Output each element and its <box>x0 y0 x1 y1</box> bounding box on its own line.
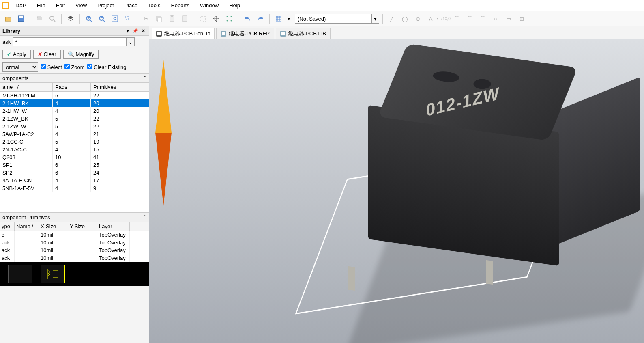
table-row[interactable]: ack10milTopOverlay <box>0 239 149 246</box>
snap-button[interactable] <box>223 13 235 24</box>
dim-button[interactable]: ⟷10,0 <box>438 13 449 24</box>
select-checkbox-label[interactable]: Select <box>41 64 62 70</box>
menu-project[interactable]: Project <box>93 1 118 10</box>
layers-button[interactable] <box>65 13 76 24</box>
arc2-button[interactable]: ⌒ <box>464 13 475 24</box>
menu-edit[interactable]: Edit <box>52 1 69 10</box>
target-button[interactable]: ⊕ <box>412 13 423 24</box>
dropdown-arrow-icon[interactable]: ▾ <box>372 14 379 24</box>
table-row[interactable]: Q2031041 <box>0 153 149 161</box>
table-row[interactable]: 2-1ZW_W522 <box>0 123 149 130</box>
zoom-checkbox[interactable] <box>64 64 70 69</box>
full-arc-button[interactable]: ○ <box>490 13 501 24</box>
table-row[interactable]: 4A-1A-E-CN417 <box>0 177 149 184</box>
table-row[interactable]: ack10milTopOverlay <box>0 254 149 262</box>
table-row[interactable]: 2-1HW_W420 <box>0 107 149 115</box>
open-button[interactable] <box>2 13 14 24</box>
arc3-button[interactable]: ⌒ <box>477 13 488 24</box>
select-checkbox[interactable] <box>41 64 46 69</box>
array-button[interactable]: ⊞ <box>516 13 527 24</box>
arc1-button[interactable]: ⌒ <box>451 13 462 24</box>
table-row[interactable]: ack10milTopOverlay <box>0 246 149 254</box>
zoom-checkbox-label[interactable]: Zoom <box>64 64 85 70</box>
document-tab[interactable]: 继电器-PCB.REP <box>216 28 274 39</box>
collapse-icon[interactable]: ˄ <box>144 75 146 81</box>
table-row[interactable]: 2N-1AC-C415 <box>0 146 149 153</box>
apply-button[interactable]: ✔Apply <box>2 50 31 59</box>
text-button[interactable]: A <box>425 13 436 24</box>
svg-text:+: + <box>87 15 90 21</box>
menu-file[interactable]: File <box>33 1 49 10</box>
menu-tools[interactable]: Tools <box>144 1 164 10</box>
print-button[interactable] <box>34 13 45 24</box>
sch-thumb-2[interactable] <box>41 265 65 283</box>
save-button[interactable] <box>15 13 27 24</box>
clear-existing-checkbox-label[interactable]: Clear Existing <box>87 64 127 70</box>
col-pads[interactable]: Pads <box>53 83 91 91</box>
table-row[interactable]: 5NB-1A-E-5V49 <box>0 184 149 192</box>
components-grid[interactable]: ame / Pads Primitives MI-SH-112LM5222-1H… <box>0 83 149 213</box>
line-button[interactable]: ╱ <box>386 13 397 24</box>
paste-button[interactable] <box>166 13 178 24</box>
sch-thumb-1[interactable] <box>8 265 32 283</box>
table-row[interactable]: c10milTopOverlay <box>0 231 149 239</box>
panel-dropdown-icon[interactable]: ▾ <box>125 28 131 34</box>
panel-close-icon[interactable]: ✕ <box>140 28 146 34</box>
menu-view[interactable]: View <box>71 1 91 10</box>
table-row[interactable]: 2-1CC-C519 <box>0 138 149 146</box>
relay-pin <box>348 266 355 291</box>
magnify-button[interactable]: 🔍Magnify <box>63 50 99 59</box>
select-rect-button[interactable] <box>197 13 209 24</box>
normal-select[interactable]: ormal <box>2 62 38 72</box>
redo-button[interactable] <box>255 13 266 24</box>
menu-dxp[interactable]: DXP <box>11 1 30 10</box>
menu-help[interactable]: Help <box>225 1 244 10</box>
move-button[interactable] <box>210 13 222 24</box>
mask-input[interactable] <box>13 37 127 46</box>
menu-reports[interactable]: Reports <box>167 1 193 10</box>
svg-point-6 <box>50 16 54 20</box>
paste-special-button[interactable] <box>179 13 191 24</box>
zoom-fit-button[interactable] <box>109 13 120 24</box>
cut-button[interactable]: ✂ <box>140 13 152 24</box>
col-name[interactable]: ame / <box>0 83 53 91</box>
table-row[interactable]: 2-1HW_BK420 <box>0 99 149 107</box>
col-ysize[interactable]: Y-Size <box>68 222 97 231</box>
svg-rect-18 <box>158 17 161 22</box>
svg-point-15 <box>114 17 116 20</box>
preview-button[interactable] <box>47 13 58 24</box>
3d-view[interactable]: 012-1ZW <box>149 39 644 343</box>
panel-title: Library <box>2 28 20 34</box>
zoom-sel-button[interactable] <box>122 13 133 24</box>
zoom-in-button[interactable]: + <box>83 13 94 24</box>
saved-view-input[interactable] <box>295 14 372 24</box>
table-row[interactable]: 2-1ZW_BK522 <box>0 115 149 123</box>
copy-button[interactable] <box>153 13 165 24</box>
clear-existing-checkbox[interactable] <box>87 64 92 69</box>
circle-button[interactable]: ◯ <box>399 13 410 24</box>
dropdown-arrow-icon[interactable]: ⌄ <box>127 37 135 46</box>
primitives-grid[interactable]: ype Name / X-Size Y-Size Layer c10milTop… <box>0 222 149 262</box>
rect-button[interactable]: ▭ <box>503 13 514 24</box>
col-xsize[interactable]: X-Size <box>39 222 68 231</box>
table-row[interactable]: SP1625 <box>0 161 149 169</box>
col-primitives[interactable]: Primitives <box>91 83 131 91</box>
col-type[interactable]: ype <box>0 222 15 231</box>
saved-view-combo[interactable]: ▾ <box>295 14 379 24</box>
menu-window[interactable]: Window <box>196 1 223 10</box>
zoom-out-button[interactable]: − <box>96 13 107 24</box>
document-tab[interactable]: 继电器-PCB.LIB <box>276 28 331 39</box>
undo-button[interactable] <box>242 13 253 24</box>
table-row[interactable]: MI-SH-112LM522 <box>0 92 149 99</box>
grid-button[interactable] <box>273 13 284 24</box>
menu-place[interactable]: Place <box>120 1 142 10</box>
panel-pin-icon[interactable]: 📌 <box>132 28 139 34</box>
table-row[interactable]: 5AWP-1A-C2421 <box>0 130 149 138</box>
grid-drop-button[interactable]: ▾ <box>286 13 292 24</box>
clear-button[interactable]: ✘Clear <box>33 50 61 59</box>
document-tab[interactable]: 继电器-PCB.PcbLib <box>152 28 215 39</box>
col-layer[interactable]: Layer <box>97 222 130 231</box>
table-row[interactable]: SP2624 <box>0 169 149 177</box>
collapse-icon[interactable]: ˄ <box>144 214 146 220</box>
col-pname[interactable]: Name / <box>15 222 39 231</box>
